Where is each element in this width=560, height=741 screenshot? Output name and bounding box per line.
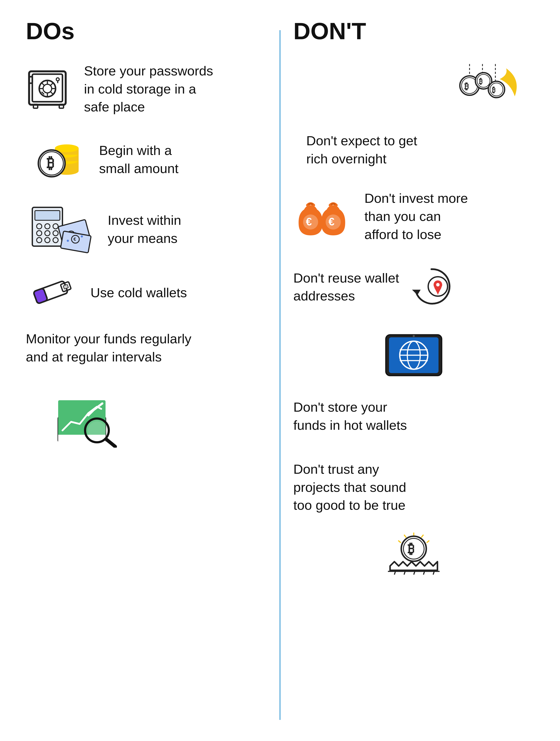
svg-line-89 — [421, 535, 423, 538]
svg-point-15 — [56, 78, 59, 81]
svg-point-57 — [88, 421, 106, 440]
bitcoin-coins-icon: ₿ — [34, 137, 86, 182]
too-good-text: Don't trust any projects that sound too … — [293, 460, 406, 514]
svg-point-48 — [81, 235, 83, 238]
svg-text:₿: ₿ — [47, 154, 54, 172]
svg-rect-2 — [29, 77, 32, 83]
dos-column: DOs — [13, 17, 279, 733]
invest-means-text: Invest within your means — [108, 211, 181, 247]
list-item: € € Invest within your means — [30, 203, 267, 256]
svg-text:€: € — [328, 216, 334, 228]
invest-more-text: Don't invest more than you can afford to… — [365, 189, 468, 243]
hot-wallets-text: Don't store your funds in hot wallets — [293, 398, 407, 434]
list-item: ₿ ₿ ₿ Don't expect to get rich overnight — [306, 62, 534, 168]
list-item: Don't reuse wallet addresses — [293, 265, 534, 309]
list-item: Monitor your funds regularly and at regu… — [26, 330, 267, 449]
svg-text:€: € — [73, 237, 76, 242]
page: DOs — [0, 0, 560, 741]
bitcoin-trap-icon: ₿ — [384, 532, 444, 580]
store-passwords-text: Store your passwords in cold storage in … — [84, 62, 213, 116]
svg-line-11 — [42, 83, 44, 85]
dos-title: DOs — [26, 17, 267, 45]
svg-text:₿: ₿ — [492, 86, 495, 94]
svg-rect-4 — [59, 104, 64, 108]
list-item: € € Don't invest more than you can affor… — [293, 189, 534, 243]
list-item: Don't store your funds in hot wallets — [293, 330, 534, 434]
svg-line-90 — [427, 541, 429, 543]
dont-column: DON'T ₿ ₿ — [281, 17, 547, 733]
list-item: Use cold wallets — [26, 277, 267, 308]
list-item: ₿ Begin with a small amount — [34, 137, 267, 182]
svg-point-6 — [43, 84, 52, 93]
chart-magnifier-icon — [52, 387, 121, 449]
money-bags-icon: € € — [293, 192, 354, 241]
svg-text:₿: ₿ — [464, 81, 469, 91]
svg-rect-0 — [29, 71, 66, 105]
svg-line-13 — [51, 83, 53, 85]
moon-coins-icon: ₿ ₿ ₿ — [448, 62, 521, 121]
location-icon — [410, 265, 453, 309]
svg-point-78 — [436, 283, 439, 286]
svg-line-12 — [51, 92, 53, 94]
small-amount-text: Begin with a small amount — [99, 141, 178, 178]
rich-overnight-text: Don't expect to get rich overnight — [306, 132, 417, 168]
cold-wallets-text: Use cold wallets — [90, 284, 187, 302]
reuse-address-text: Don't reuse wallet addresses — [293, 269, 399, 305]
svg-rect-28 — [35, 211, 60, 220]
svg-line-92 — [398, 541, 401, 543]
svg-line-58 — [106, 439, 115, 447]
safe-icon — [26, 66, 71, 112]
dont-title: DON'T — [293, 17, 534, 45]
svg-point-47 — [67, 240, 69, 242]
list-item: Don't trust any projects that sound too … — [293, 460, 534, 580]
svg-rect-3 — [33, 104, 38, 108]
calc-money-icon: € € — [30, 203, 95, 256]
monitor-funds-text: Monitor your funds regularly and at regu… — [26, 330, 191, 366]
tablet-icon — [382, 330, 446, 381]
svg-text:₿: ₿ — [408, 541, 414, 556]
svg-text:₿: ₿ — [479, 77, 482, 85]
svg-point-87 — [413, 335, 415, 337]
usb-icon — [26, 277, 78, 308]
svg-text:€: € — [306, 216, 312, 228]
list-item: Store your passwords in cold storage in … — [26, 62, 267, 116]
svg-line-91 — [404, 535, 406, 538]
